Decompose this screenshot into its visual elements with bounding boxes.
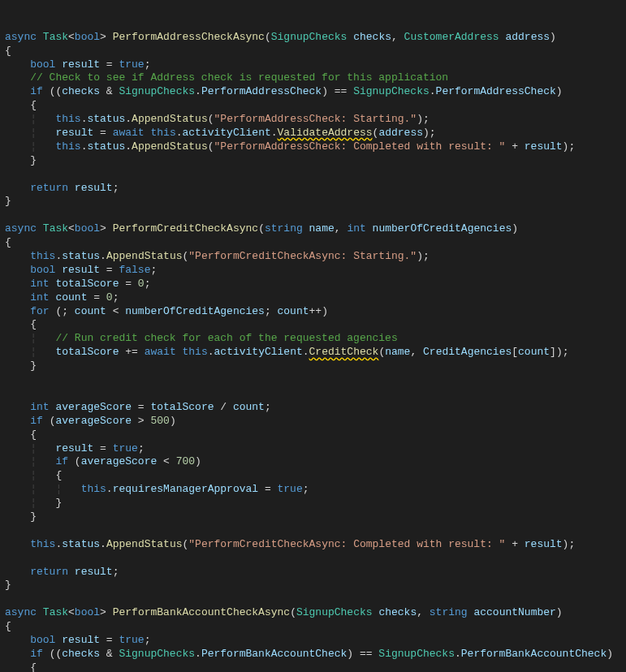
- type-task: Task: [43, 222, 68, 235]
- kw-int: int: [30, 401, 49, 413]
- kw-if: if: [30, 415, 43, 427]
- string: "PerformAddressCheck: Starting.": [214, 113, 417, 125]
- field: activityClient: [183, 127, 271, 139]
- kw-bool: bool: [75, 222, 100, 235]
- var: result: [525, 140, 563, 153]
- member: PerformBankAccountCheck: [461, 648, 607, 660]
- param: checks: [378, 606, 417, 618]
- param: address: [505, 31, 550, 43]
- type: SignupChecks: [119, 85, 195, 97]
- type: string: [430, 606, 468, 618]
- kw-async: async: [5, 222, 37, 235]
- call: AppendStatus: [106, 250, 183, 262]
- comment: // Run credit check for each of the requ…: [55, 332, 397, 344]
- var: result: [55, 127, 93, 139]
- call: AppendStatus: [132, 140, 208, 153]
- var: totalScore: [55, 278, 119, 290]
- var: averageScore: [81, 455, 158, 467]
- lit-true: true: [113, 442, 138, 454]
- type: CustomerAddress: [404, 31, 499, 43]
- arg: address: [378, 127, 423, 139]
- var: result: [75, 566, 113, 578]
- kw-bool: bool: [75, 606, 100, 618]
- num: 700: [176, 455, 195, 467]
- lit-true: true: [278, 483, 303, 495]
- kw-this: this: [55, 113, 80, 125]
- kw-this: this: [150, 127, 175, 139]
- type: SignupChecks: [378, 648, 455, 660]
- call-warn: ValidateAddress: [278, 127, 373, 139]
- comment: // Check to see if Address check is requ…: [30, 71, 448, 84]
- arg: name: [385, 346, 410, 358]
- code-block: async Task<bool> PerformAddressCheckAsyn…: [5, 31, 621, 672]
- var: result: [525, 538, 563, 550]
- num: 0: [138, 278, 145, 290]
- var: totalScore: [150, 401, 214, 413]
- var: averageScore: [55, 401, 132, 413]
- call: AppendStatus: [132, 113, 208, 125]
- type: SignupChecks: [119, 648, 195, 660]
- var: checks: [62, 85, 100, 97]
- kw-this: this: [183, 346, 208, 358]
- kw-this: this: [55, 140, 80, 153]
- field: requiresManagerApproval: [113, 483, 258, 495]
- lit-true: true: [119, 58, 144, 71]
- param: accountNumber: [473, 606, 555, 618]
- kw-int: int: [30, 291, 49, 304]
- kw-bool: bool: [75, 31, 100, 43]
- kw-this: this: [30, 538, 55, 550]
- param: numberOfCreditAgencies: [373, 222, 512, 235]
- kw-return: return: [30, 182, 68, 194]
- field: status: [87, 140, 125, 153]
- type: SignupChecks: [353, 85, 430, 97]
- var: result: [62, 634, 100, 646]
- kw-bool: bool: [30, 264, 55, 276]
- call: AppendStatus: [106, 538, 183, 550]
- string: "PerformCreditCheckAsync: Completed with…: [188, 538, 505, 550]
- param: checks: [353, 31, 391, 43]
- num: 0: [106, 291, 113, 304]
- var: count: [75, 305, 106, 317]
- var: averageScore: [55, 415, 132, 427]
- param: name: [309, 222, 335, 235]
- method-name: PerformBankAccountCheckAsync: [113, 606, 290, 618]
- var: result: [75, 182, 113, 194]
- type: SignupChecks: [296, 606, 373, 618]
- lit-true: true: [119, 634, 144, 646]
- method-name: PerformCreditCheckAsync: [113, 222, 258, 235]
- field: activityClient: [214, 346, 303, 358]
- kw-await: await: [145, 346, 176, 358]
- kw-bool: bool: [30, 58, 55, 71]
- kw-for: for: [30, 305, 49, 317]
- member: PerformAddressCheck: [436, 85, 556, 97]
- kw-this: this: [30, 250, 55, 262]
- var: count: [518, 346, 550, 358]
- var: result: [62, 58, 100, 71]
- field: status: [62, 538, 100, 550]
- var: count: [278, 305, 309, 317]
- var: result: [62, 264, 100, 276]
- type-task: Task: [43, 606, 68, 618]
- var: result: [55, 442, 93, 454]
- kw-await: await: [113, 127, 145, 139]
- var: count: [233, 401, 265, 413]
- var: checks: [62, 648, 100, 660]
- kw-int: int: [30, 278, 49, 290]
- kw-return: return: [30, 566, 68, 578]
- field: status: [62, 250, 100, 262]
- member: PerformAddressCheck: [201, 85, 322, 97]
- method-name: PerformAddressCheckAsync: [113, 31, 265, 43]
- var: count: [55, 291, 87, 304]
- kw-bool: bool: [30, 634, 55, 646]
- var: CreditAgencies: [423, 346, 512, 358]
- type-task: Task: [43, 31, 68, 43]
- type: string: [265, 222, 303, 235]
- lit-false: false: [119, 264, 150, 276]
- kw-this: this: [81, 483, 106, 495]
- kw-if: if: [30, 85, 43, 97]
- call-warn: CreditCheck: [309, 346, 379, 358]
- kw-if: if: [30, 648, 43, 660]
- member: PerformBankAccountCheck: [201, 648, 347, 660]
- var: totalScore: [55, 346, 119, 358]
- string: "PerformCreditCheckAsync: Starting.": [188, 250, 417, 262]
